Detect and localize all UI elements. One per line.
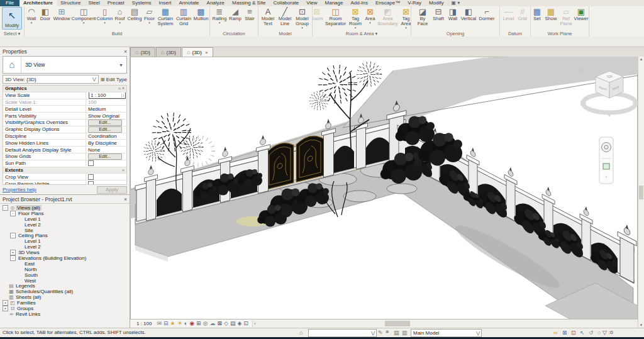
property-value[interactable]: Show Original (86, 113, 126, 119)
tree-expander-icon[interactable]: + (3, 306, 8, 311)
tree-item-revit-links[interactable]: ∞Revit Links (1, 311, 130, 317)
view-control-icon-13[interactable]: ◈ (237, 320, 242, 327)
menu-tab-v-ray[interactable]: V-Ray (404, 0, 425, 6)
view-tab-3[interactable]: ⌂{3D}× (182, 47, 213, 57)
property-value[interactable] (86, 181, 126, 185)
dropdown-arrow-icon[interactable]: ▾ (148, 21, 150, 25)
drawing-area[interactable]: TOP RIGHT BACK ⌂ ⌄ (130, 57, 638, 320)
tree-item-legends[interactable]: ▤Legends (1, 283, 130, 289)
ribbon-button-ramp[interactable]: ◢Ramp (228, 6, 243, 30)
ribbon-button-area[interactable]: ⊠Area▾ (364, 6, 377, 30)
property-row-view-scale[interactable]: View Scale1 : 100↕ (3, 92, 126, 99)
tree-item-level-1[interactable]: Level 1 (1, 238, 130, 244)
ribbon-button-mullion[interactable]: ▩Mullion (192, 6, 209, 30)
ribbon-button-curtain-system[interactable]: ▦CurtainSystem (156, 6, 175, 30)
property-row-crop-view[interactable]: Crop View (3, 174, 126, 181)
ribbon-button-tag-room[interactable]: ⊠TagRoom▾ (348, 6, 364, 30)
view-control-icon-4[interactable]: ☀ (177, 320, 182, 327)
tree-item-floor-plans[interactable]: -Floor Plans (1, 211, 130, 216)
dropdown-arrow-icon[interactable]: ▾ (405, 26, 407, 30)
property-row-detail-level[interactable]: Detail LevelMedium (3, 106, 126, 113)
property-row-crop-region-visible[interactable]: Crop Region Visible (3, 181, 126, 185)
property-row-visibility-graphics-overrides[interactable]: Visibility/Graphics OverridesEdit... (3, 119, 126, 126)
horizontal-scrollbar[interactable]: ‹ (252, 320, 638, 327)
dropdown-arrow-icon[interactable]: ▾ (301, 26, 303, 30)
tree-item-elevations-building-elevation[interactable]: -Elevations (Building Elevation) (1, 255, 130, 261)
menu-tab-manage[interactable]: Manage (321, 0, 347, 6)
property-value[interactable]: 100 (86, 99, 126, 106)
edit-button[interactable]: Edit... (88, 119, 122, 126)
tree-item-3d-views[interactable]: +3D Views (1, 250, 130, 255)
menu-tab-view[interactable]: View (303, 0, 321, 6)
menu-tab-systems[interactable]: Systems (128, 0, 155, 6)
design-options-dropdown[interactable]: Main Model ⋁ (411, 329, 482, 337)
ribbon-button-model-line[interactable]: ╱ModelLine (277, 6, 294, 30)
ribbon-button-roof[interactable]: ⌂Roof▾ (113, 6, 126, 30)
tree-item-level-2[interactable]: Level 2 (1, 222, 130, 228)
browser-close-icon[interactable]: × (124, 196, 127, 203)
ribbon-button-vertical[interactable]: ◧Vertical (460, 6, 477, 30)
checkbox-crop-view[interactable] (88, 174, 94, 180)
vertical-scrollbar[interactable]: ▲ ▼ (638, 57, 644, 328)
pick-option-icon[interactable]: ▥ (402, 330, 408, 336)
menu-tab-structure[interactable]: Structure (57, 0, 84, 6)
property-row-graphic-display-options[interactable]: Graphic Display OptionsEdit... (3, 126, 126, 133)
view-tab-2[interactable]: ⌂{3D} (156, 47, 181, 57)
dropdown-arrow-icon[interactable]: ▾ (355, 26, 357, 30)
horizontal-scroll-thumb[interactable] (385, 321, 410, 326)
ribbon-button-ceiling[interactable]: ▤Ceiling (126, 6, 143, 30)
dropdown-arrow-icon[interactable]: ▾ (104, 21, 106, 25)
tree-item-site[interactable]: Site (1, 228, 130, 233)
type-selector[interactable]: ⌂ 3D View ▼ (3, 56, 127, 74)
property-value[interactable]: Edit... (86, 119, 126, 126)
selection-toggle-icon-5[interactable]: ↺ (589, 330, 594, 336)
menu-tab-[interactable]: ▣ ▾ (448, 0, 464, 6)
selection-toggle-icon-6[interactable]: ○ (597, 330, 601, 336)
view-control-icon-10[interactable]: ⊠ (217, 320, 222, 327)
menu-tab-collaborate[interactable]: Collaborate (269, 0, 303, 6)
tree-item-views-all[interactable]: -◎Views (all) (1, 205, 130, 211)
tree-item-families[interactable]: +◰Families (1, 300, 130, 306)
property-value[interactable]: Edit... (86, 126, 126, 133)
property-value[interactable]: None (86, 147, 126, 153)
property-value[interactable]: 1 : 100↕ (86, 92, 126, 99)
view-control-icon-11[interactable]: ◇ (224, 320, 228, 327)
properties-close-icon[interactable]: × (124, 48, 127, 55)
section-pin-icon[interactable]: ≈ (122, 168, 125, 172)
worksharing-icon[interactable]: ⌂ (299, 330, 303, 336)
steering-wheel-icon[interactable] (602, 143, 611, 152)
menu-tab-massing-site[interactable]: Massing & Site (228, 0, 269, 6)
view-control-icon-6[interactable]: ◉ (189, 320, 194, 327)
cube-face-top[interactable]: TOP (606, 75, 612, 79)
tree-expander-icon[interactable]: - (3, 205, 8, 211)
properties-help-link[interactable]: Properties help (3, 187, 36, 192)
tree-expander-icon[interactable]: + (10, 250, 16, 255)
selection-toggle-icon-2[interactable]: ⊠ (562, 330, 567, 336)
edit-type-button[interactable]: ⊞ Edit Type (101, 77, 127, 82)
property-row-sun-path[interactable]: Sun Path (3, 160, 126, 167)
tree-item-groups[interactable]: +⊡Groups (1, 306, 130, 311)
tree-item-level-1[interactable]: Level 1 (1, 216, 130, 222)
property-value[interactable]: Medium (86, 106, 126, 112)
view-control-icon-12[interactable]: ▤ (230, 320, 236, 327)
chevron-down-icon[interactable]: ⌄ (604, 174, 608, 178)
spinner-icon[interactable]: ↕ (121, 94, 125, 97)
ribbon-button-shaft[interactable]: ⊟Shaft (431, 6, 446, 30)
property-value[interactable] (86, 174, 126, 180)
edit-workset-icon[interactable]: ✎ (378, 330, 383, 336)
menu-tab-file[interactable]: File (0, 0, 19, 6)
tree-expander-icon[interactable]: - (10, 211, 16, 216)
edit-button[interactable]: Edit... (88, 126, 122, 133)
edit-button[interactable]: Edit... (88, 153, 122, 160)
view-control-icon-1[interactable]: ✉ (157, 320, 162, 327)
ribbon-button-modify[interactable]: ↖Modify (2, 7, 22, 30)
section-pin-icon[interactable]: ≈ ˄ (118, 86, 125, 91)
selection-toggle-icon-4[interactable]: ↖ (580, 330, 585, 336)
selection-toggle-icon-1[interactable]: ∞ (553, 330, 557, 336)
view-control-icon-7[interactable]: ⊞ (196, 320, 201, 327)
ribbon-button-column[interactable]: ▯Column▾ (96, 6, 113, 30)
ribbon-button-room-separator[interactable]: ◫RoomSeparator (324, 6, 348, 30)
scroll-left-icon[interactable]: ‹ (254, 320, 256, 327)
view-control-icon-5[interactable]: ◐ (184, 320, 187, 327)
menu-tab-add-ins[interactable]: Add-Ins (347, 0, 372, 6)
